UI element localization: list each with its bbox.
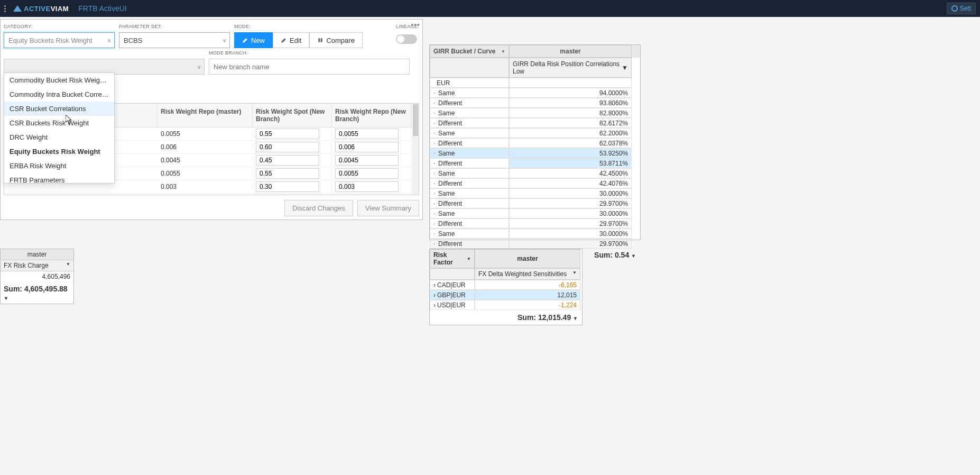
parameter-set-label: PARAMETER SET: [119,24,230,29]
fx-header-master: master [475,249,580,268]
category-option[interactable]: Commodity Bucket Risk Weights [4,73,114,87]
chevron-up-icon: ∧ [107,38,111,43]
fx-row[interactable]: ›GBP|EUR12,015 [430,290,582,300]
mini-sum: Sum: 4,605,495.88 ▼ [1,282,73,304]
editor-scrollbar[interactable] [412,104,419,195]
girr-row[interactable]: ›Different42.4076% [430,178,640,188]
col-header-repo-master: Risk Weight Repo (master) [158,104,253,127]
mode-edit-button[interactable]: Edit [273,32,309,48]
spot-input[interactable] [256,168,319,179]
fx-row[interactable]: ›USD|EUR-1,224 [430,300,582,310]
expand-icon[interactable]: › [433,171,435,176]
girr-row[interactable]: ›Different93.8060% [430,98,640,108]
logo-text-primary: ACTIVE [24,5,51,13]
girr-row[interactable]: ›Same30.0000% [430,188,640,198]
girr-sub-select[interactable]: GIRR Delta Risk Position Correlations Lo… [509,58,632,78]
repo-input[interactable] [335,155,399,166]
edit-icon [242,37,248,43]
category-option[interactable]: ERBA Risk Weight [4,159,114,173]
expand-icon[interactable]: › [433,221,435,226]
category-option[interactable]: DRC Weight [4,130,114,144]
gear-icon [951,5,958,12]
category-select[interactable]: Equity Buckets Risk Weight ∧ [4,32,115,48]
expand-icon[interactable]: › [433,231,435,236]
repo-input[interactable] [335,181,399,192]
girr-row[interactable]: ›Same82.8000% [430,108,640,118]
repo-input[interactable] [335,168,399,179]
repo-input[interactable] [335,129,399,139]
settings-button[interactable]: Sett [947,3,976,14]
spot-input[interactable] [256,142,319,152]
girr-row[interactable]: ›Different53.8711% [430,158,640,168]
fx-row[interactable]: ›CAD|EUR-6,165 [430,280,582,290]
branch-name-input[interactable] [209,59,410,75]
expand-icon[interactable]: › [433,90,435,96]
chevron-down-icon: ∨ [197,64,201,70]
girr-row[interactable]: ›Same30.0000% [430,229,640,239]
panel-menu-icon[interactable]: ••• [411,21,420,29]
mode-branch-label: MODE BRANCH: [209,50,410,56]
app-menu-icon[interactable] [4,5,6,12]
expand-icon[interactable]: › [433,201,435,206]
category-dropdown[interactable]: Commodity Bucket Risk WeightsCommodity I… [4,72,115,184]
repo-input[interactable] [335,195,399,195]
expand-icon[interactable]: › [433,101,435,106]
fx-sub-select[interactable]: FX Delta Weighted Sensitivities▼ [475,268,580,280]
girr-row[interactable]: ›Different29.9700% [430,198,640,208]
expand-icon[interactable]: › [433,111,435,116]
editor-panel: ••• CATEGORY: Equity Buckets Risk Weight… [0,19,423,220]
category-value: Equity Buckets Risk Weight [8,36,93,44]
girr-header-bucket[interactable]: GIRR Bucket / Curve▼ [430,45,509,58]
lineage-toggle[interactable] [396,34,417,44]
spot-input[interactable] [256,181,319,192]
expand-icon[interactable]: › [433,241,435,246]
logo-text-secondary: VIAM [51,5,69,13]
mode-edit-label: Edit [290,36,301,44]
mode-new-button[interactable]: New [234,32,273,48]
girr-row[interactable]: ›Same42.4500% [430,168,640,178]
mini-head: master [1,249,73,260]
girr-header-master: master [509,45,632,58]
mini-value: 4,605,496 [1,271,73,282]
repo-input[interactable] [335,142,399,152]
spot-input[interactable] [256,155,319,166]
expand-icon[interactable]: › [433,291,436,299]
girr-row[interactable]: ›Different82.6172% [430,118,640,128]
girr-row[interactable]: ›Same30.0000% [430,208,640,218]
fx-risk-charge-panel: master FX Risk Charge▼ 4,605,496 Sum: 4,… [0,249,74,304]
expand-icon[interactable]: › [433,141,435,146]
category-option[interactable]: Commodity Intra Bucket Correl... [4,87,114,102]
spot-input[interactable] [256,129,319,139]
expand-icon[interactable]: › [433,121,435,126]
expand-icon[interactable]: › [433,151,435,156]
girr-row[interactable]: ›Different29.9700% [430,218,640,229]
expand-icon[interactable]: › [433,161,435,166]
chevron-down-icon: ∨ [223,38,226,43]
fx-header-risk[interactable]: Risk Factor▼ [430,249,475,268]
girr-row[interactable]: ›Same94.0000% [430,88,640,98]
parameter-set-select[interactable]: BCBS ∨ [119,32,230,48]
expand-icon[interactable]: › [433,302,436,309]
girr-row[interactable]: ›Different62.0378% [430,138,640,148]
mode-compare-button[interactable]: Compare [309,32,362,48]
category-option[interactable]: CSR Buckets Risk Weight [4,116,114,130]
girr-row[interactable]: ›Different29.9700% [430,239,640,249]
expand-icon[interactable]: › [433,281,436,289]
category-option[interactable]: Equity Buckets Risk Weight [4,144,114,159]
girr-row[interactable]: ›Same53.9250% [430,148,640,158]
expand-icon[interactable]: › [433,131,435,136]
girr-row[interactable]: ›Same62.2000% [430,128,640,138]
expand-icon[interactable]: › [433,191,435,196]
category-option[interactable]: FRTB Parameters [4,173,114,184]
category-option[interactable]: CSR Bucket Correlations [4,102,114,116]
compare-icon [317,37,323,43]
expand-icon[interactable]: › [433,181,435,186]
mini-sub-select[interactable]: FX Risk Charge▼ [1,260,73,271]
expand-icon[interactable]: › [433,211,435,216]
discard-changes-button[interactable]: Discard Changes [284,200,353,216]
col-header-spot-new: Risk Weight Spot (New Branch) [253,104,332,127]
spot-input[interactable] [256,195,319,195]
fx-sensitivities-panel: Risk Factor▼ master FX Delta Weighted Se… [429,249,583,325]
dropdown-icon: ▼ [501,49,505,54]
view-summary-button[interactable]: View Summary [357,200,419,216]
